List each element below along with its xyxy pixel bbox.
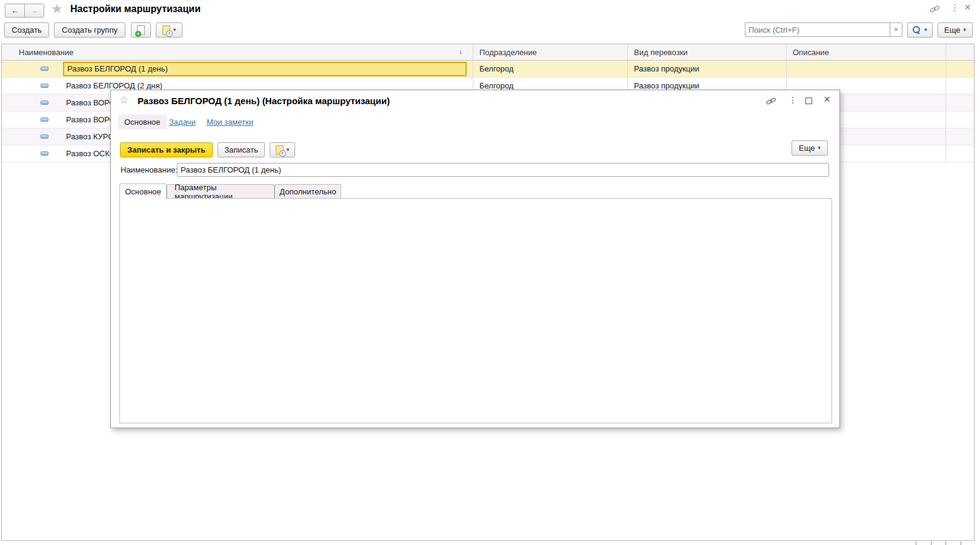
name-field-label: Наименование: (121, 165, 178, 174)
dialog-nav-main[interactable]: Основное (118, 114, 167, 130)
new-document-icon: + (137, 25, 145, 35)
document-history-icon (162, 25, 170, 35)
history-dropdown-button[interactable]: ▾ (156, 22, 182, 38)
column-header-transport-type[interactable]: Вид перевозки (628, 44, 787, 61)
catalog-item-icon (41, 67, 48, 71)
edge-tick (916, 541, 916, 545)
column-header-name[interactable]: Наименование ↓ (2, 44, 473, 61)
edge-tick (945, 541, 946, 545)
dropdown-arrow-icon: ▾ (963, 27, 966, 33)
catalog-item-icon (41, 117, 48, 122)
nav-forward-button[interactable]: → (24, 4, 44, 18)
catalog-item-icon (41, 151, 48, 156)
document-history-icon (276, 145, 284, 155)
app-window: ← → ★ Настройки маршрутизации ⋮ × Создат… (0, 0, 980, 545)
catalog-item-icon (41, 84, 48, 88)
dropdown-arrow-icon: ▾ (173, 27, 176, 33)
clear-icon: × (894, 25, 898, 34)
name-field-input[interactable] (177, 163, 829, 177)
table-header-row: Наименование ↓ Подразделение Вид перевоз… (2, 44, 974, 61)
dialog-close-icon[interactable]: × (824, 93, 830, 106)
create-group-button[interactable]: Создать группу (54, 22, 125, 38)
search-button[interactable]: ▾ (907, 22, 933, 38)
catalog-item-icon (41, 134, 48, 139)
cell-name[interactable]: Развоз БЕЛГОРОД (1 день) (63, 62, 467, 76)
dialog-history-dropdown-button[interactable]: ▾ (270, 142, 295, 157)
tab-main[interactable]: Основное (119, 183, 167, 199)
search-input[interactable] (745, 22, 890, 37)
search-clear-button[interactable]: × (890, 22, 902, 37)
create-button[interactable]: Создать (4, 22, 49, 38)
cell-description[interactable] (787, 61, 946, 78)
dialog-get-link-icon[interactable] (766, 96, 776, 108)
window-close-icon[interactable]: × (964, 1, 971, 14)
dropdown-arrow-icon: ▾ (287, 147, 290, 153)
dialog-maximize-icon[interactable] (805, 97, 812, 104)
tab-additional[interactable]: Дополнительно (275, 184, 341, 199)
dialog-menu-icon[interactable]: ⋮ (788, 95, 797, 105)
copy-item-button[interactable]: + (131, 22, 151, 38)
table-row[interactable]: Развоз БЕЛГОРОД (1 день) Белгород Развоз… (2, 61, 974, 78)
back-icon: ← (11, 6, 19, 15)
save-button[interactable]: Записать (218, 142, 265, 157)
column-header-department[interactable]: Подразделение (473, 44, 628, 61)
dialog-nav-tasks[interactable]: Задачи (169, 117, 196, 127)
dialog-more-button[interactable]: Еще ▾ (792, 140, 828, 156)
search-icon (913, 26, 921, 35)
edge-tick (931, 541, 932, 545)
forward-icon: → (30, 6, 38, 15)
tab-panel-main (119, 198, 832, 423)
tab-routing-parameters[interactable]: Параметры маршрутизации (167, 184, 275, 199)
page-title: Настройки маршрутизации (70, 4, 201, 15)
dialog-title: Развоз БЕЛГОРОД (1 день) (Настройка марш… (138, 96, 390, 106)
window-menu-icon[interactable]: ⋮ (950, 2, 959, 13)
list-more-button[interactable]: Еще ▾ (938, 22, 973, 38)
dialog-nav-notes[interactable]: Мои заметки (207, 117, 253, 127)
get-link-icon[interactable] (930, 4, 940, 16)
nav-back-button[interactable]: ← (5, 4, 25, 18)
cell-department[interactable]: Белгород (473, 61, 628, 78)
catalog-item-icon (41, 101, 48, 105)
dropdown-arrow-icon: ▾ (818, 145, 821, 151)
dialog-favorite-star-icon[interactable]: ☆ (119, 94, 128, 107)
favorite-star-icon[interactable]: ★ (51, 1, 63, 17)
column-header-description[interactable]: Описание (787, 44, 946, 61)
edge-tick (961, 541, 961, 545)
cell-transport-type[interactable]: Развоз продукции (628, 61, 787, 78)
dropdown-arrow-icon: ▾ (924, 27, 927, 33)
route-settings-dialog: ☆ Развоз БЕЛГОРОД (1 день) (Настройка ма… (110, 90, 840, 428)
save-and-close-button[interactable]: Записать и закрыть (120, 142, 213, 157)
sort-descending-icon: ↓ (459, 47, 462, 56)
